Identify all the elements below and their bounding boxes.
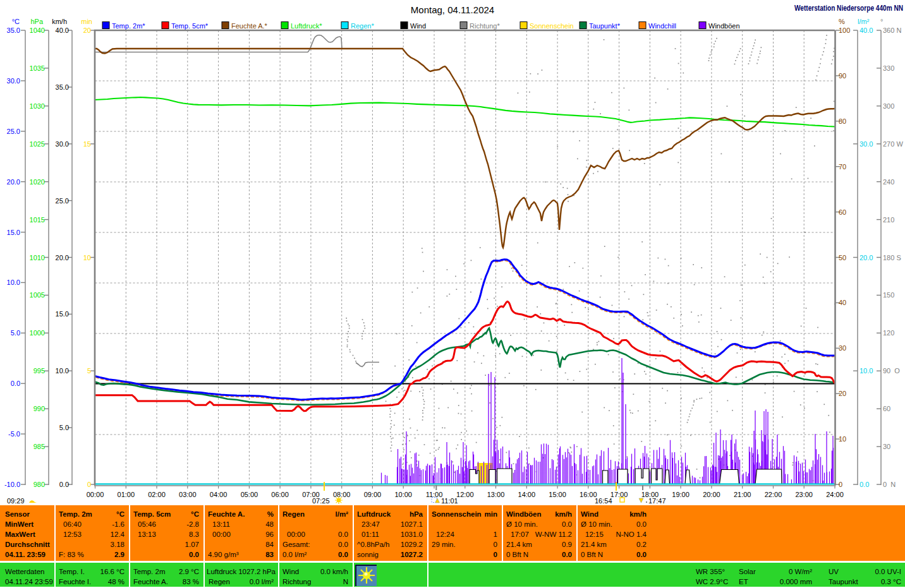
svg-text:980: 980 <box>33 481 45 488</box>
svg-text:20:00: 20:00 <box>703 491 720 498</box>
svg-text:0 N: 0 N <box>883 481 896 488</box>
svg-text:09:29: 09:29 <box>7 497 25 505</box>
svg-text:30: 30 <box>839 344 846 352</box>
svg-text:30.0: 30.0 <box>56 140 69 148</box>
svg-text:°: ° <box>880 18 883 25</box>
svg-text:0: 0 <box>87 481 91 488</box>
svg-text:5.0: 5.0 <box>11 329 20 337</box>
svg-text:07:25: 07:25 <box>312 497 330 505</box>
svg-text:15: 15 <box>83 140 91 148</box>
svg-text:40.0: 40.0 <box>859 27 873 34</box>
svg-text:1025: 1025 <box>30 140 45 148</box>
svg-text:20.0: 20.0 <box>7 178 20 186</box>
svg-text:60: 60 <box>883 405 890 412</box>
svg-text:11:01: 11:01 <box>441 497 458 505</box>
svg-text:90 O: 90 O <box>883 367 900 375</box>
svg-text:11:00: 11:00 <box>426 491 443 498</box>
svg-text:hPa: hPa <box>30 18 43 25</box>
svg-text:995: 995 <box>33 367 45 375</box>
svg-text:°C: °C <box>12 18 20 25</box>
svg-text:min: min <box>81 18 92 25</box>
svg-text:15.0: 15.0 <box>7 229 20 236</box>
svg-text:20.0: 20.0 <box>859 254 873 261</box>
svg-text:300: 300 <box>883 102 894 110</box>
svg-text:30: 30 <box>883 443 890 450</box>
svg-text:10: 10 <box>83 254 91 261</box>
svg-text:17:47: 17:47 <box>648 497 666 505</box>
svg-text:330: 330 <box>883 64 894 72</box>
svg-text:24:00: 24:00 <box>826 491 844 498</box>
svg-text:21:00: 21:00 <box>734 491 751 498</box>
svg-text:13:00: 13:00 <box>487 491 505 498</box>
svg-text:270 W: 270 W <box>883 140 903 148</box>
svg-text:5.0: 5.0 <box>59 424 69 431</box>
svg-text:1040: 1040 <box>30 27 45 34</box>
svg-text:km/h: km/h <box>52 18 67 25</box>
svg-text:%: % <box>839 18 845 25</box>
svg-text:15:00: 15:00 <box>549 491 566 498</box>
svg-text:90: 90 <box>839 72 846 80</box>
svg-text:1020: 1020 <box>30 178 45 186</box>
svg-text:100: 100 <box>839 27 850 34</box>
svg-text:20: 20 <box>839 390 846 397</box>
svg-text:70: 70 <box>839 163 846 171</box>
svg-text:35.0: 35.0 <box>56 83 69 91</box>
svg-text:1035: 1035 <box>30 64 45 72</box>
svg-text:985: 985 <box>33 443 45 450</box>
svg-text:Windchill: Windchill <box>648 22 676 30</box>
svg-text:30.0: 30.0 <box>7 77 20 85</box>
svg-text:5: 5 <box>87 367 91 375</box>
svg-text:10.0: 10.0 <box>7 279 20 286</box>
svg-text:15.0: 15.0 <box>56 310 69 318</box>
svg-text:40: 40 <box>839 299 846 306</box>
svg-text:22:00: 22:00 <box>765 491 782 498</box>
svg-text:150: 150 <box>883 291 894 299</box>
svg-text:05:00: 05:00 <box>241 491 258 498</box>
svg-text:16:54: 16:54 <box>595 497 612 505</box>
svg-text:210: 210 <box>883 216 894 224</box>
svg-text:60: 60 <box>839 208 846 216</box>
svg-text:Luftdruck*: Luftdruck* <box>291 22 322 30</box>
svg-text:09:00: 09:00 <box>364 491 382 498</box>
svg-text:04:00: 04:00 <box>210 491 228 498</box>
svg-text:Richtung*: Richtung* <box>470 22 500 30</box>
svg-text:Temp. 2m*: Temp. 2m* <box>112 22 145 30</box>
svg-text:25.0: 25.0 <box>56 197 69 205</box>
svg-text:1015: 1015 <box>30 216 45 224</box>
svg-text:0: 0 <box>839 481 842 488</box>
svg-text:Taupunkt*: Taupunkt* <box>589 22 621 30</box>
svg-text:06:00: 06:00 <box>271 491 289 498</box>
svg-text:23:00: 23:00 <box>795 491 813 498</box>
svg-text:03:00: 03:00 <box>179 491 197 498</box>
svg-text:1000: 1000 <box>30 329 45 337</box>
svg-text:14:00: 14:00 <box>518 491 536 498</box>
svg-text:1005: 1005 <box>30 291 45 299</box>
svg-text:Temp. 5cm*: Temp. 5cm* <box>171 22 209 30</box>
svg-text:30.0: 30.0 <box>859 140 873 148</box>
svg-text:240: 240 <box>883 178 894 186</box>
svg-text:0.0: 0.0 <box>59 481 69 488</box>
svg-text:Feuchte A.*: Feuchte A.* <box>231 22 268 30</box>
svg-text:80: 80 <box>839 117 846 125</box>
svg-text:19:00: 19:00 <box>672 491 689 498</box>
svg-text:25.0: 25.0 <box>7 128 20 135</box>
svg-text:20: 20 <box>83 27 91 34</box>
svg-text:40.0: 40.0 <box>56 27 69 34</box>
svg-text:180 S: 180 S <box>883 254 901 261</box>
svg-text:0.0: 0.0 <box>859 481 869 488</box>
svg-text:0.0: 0.0 <box>11 380 20 387</box>
svg-text:17:00: 17:00 <box>610 491 628 498</box>
svg-text:10.0: 10.0 <box>859 367 873 375</box>
svg-text:02:00: 02:00 <box>148 491 166 498</box>
svg-text:1030: 1030 <box>30 102 45 110</box>
svg-text:Sonnenschein: Sonnenschein <box>530 22 574 30</box>
svg-text:360 N: 360 N <box>883 27 901 34</box>
svg-text:Wind: Wind <box>410 22 426 30</box>
svg-text:10: 10 <box>839 435 846 443</box>
svg-text:990: 990 <box>33 405 45 412</box>
svg-text:08:00: 08:00 <box>333 491 351 498</box>
svg-text:00:00: 00:00 <box>87 491 104 498</box>
svg-text:Montag, 04.11.2024: Montag, 04.11.2024 <box>411 4 494 15</box>
svg-text:35.0: 35.0 <box>7 27 20 34</box>
svg-text:12:00: 12:00 <box>456 491 474 498</box>
